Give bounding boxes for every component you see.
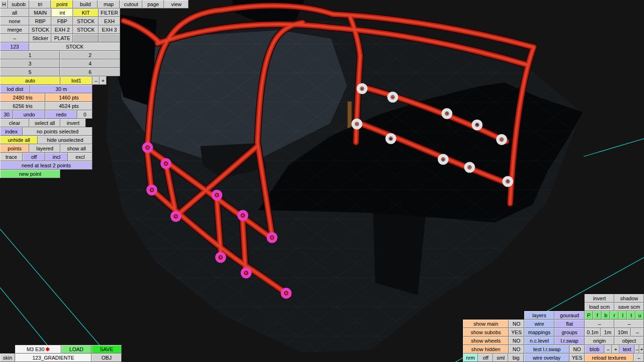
menu-page-tab[interactable]: page (142, 0, 164, 8)
show-subobs-button[interactable]: show subobs (463, 328, 509, 337)
subobj-int-button[interactable]: int (51, 8, 73, 17)
lod-plus-button[interactable]: + (99, 76, 107, 85)
slot-1[interactable]: 1 (0, 51, 60, 59)
subobj-rbp-button[interactable]: RBP (29, 17, 51, 25)
lod-auto-button[interactable]: auto (0, 76, 60, 85)
grid-dash-button[interactable]: – (631, 328, 644, 337)
invert-normals-button[interactable]: invert (585, 294, 614, 303)
nrm-big-button[interactable]: big (508, 354, 524, 362)
subobj-stock-button[interactable]: STOCK (73, 17, 99, 25)
load-scm-button[interactable]: load scm (585, 303, 614, 311)
lod-dist-value[interactable]: 30 m (30, 85, 92, 93)
reload-dash-button[interactable]: – (634, 354, 644, 362)
menu-map-tab[interactable]: map (98, 0, 120, 8)
filter-all-button[interactable]: all (0, 8, 29, 17)
view-preset-f-button[interactable]: f (593, 311, 602, 320)
wire-overlay-value[interactable]: YES (570, 354, 585, 362)
test-lr-swap-button[interactable]: test l.r.swap (524, 345, 570, 354)
reload-textures-button[interactable]: reload textures (585, 354, 634, 362)
menu-point-tab[interactable]: point (51, 0, 73, 8)
wire-overlay-button[interactable]: wire overlay (524, 354, 570, 362)
subobj-main-button[interactable]: MAIN (29, 8, 51, 17)
object-button[interactable]: object (614, 337, 644, 345)
hide-unselected-button[interactable]: hide unselected (38, 136, 92, 144)
lod-minus-button[interactable]: – (92, 76, 99, 85)
filter-merge-button[interactable]: merge (0, 25, 29, 34)
trace-off-button[interactable]: off (23, 153, 45, 161)
grid-1m-button[interactable]: 1m (601, 328, 615, 337)
view-preset-r-button[interactable]: r (610, 311, 619, 320)
slot-5[interactable]: 5 (0, 68, 60, 76)
nrm-off-button[interactable]: off (478, 354, 493, 362)
points-mode-button[interactable]: points (0, 144, 29, 153)
show-hidden-button[interactable]: show hidden (463, 345, 509, 354)
mappings-button[interactable]: mappings (524, 328, 554, 337)
show-main-button[interactable]: show main (463, 320, 509, 328)
show-main-value[interactable]: NO (509, 320, 524, 328)
menu-tri-tab[interactable]: tri (29, 0, 51, 8)
new-point-button[interactable]: new point (0, 170, 60, 178)
redo-button[interactable]: redo (45, 110, 77, 119)
show-subobs-value[interactable]: YES (509, 328, 524, 337)
subobj-filter-button[interactable]: FILTER (99, 8, 120, 17)
view-preset-u-button[interactable]: u (636, 311, 644, 320)
shade-dash-right-button[interactable]: – (614, 320, 644, 328)
grid-10m-button[interactable]: 10m (615, 328, 631, 337)
subobj-stock2-button[interactable]: STOCK (29, 25, 51, 34)
wire-button[interactable]: wire (524, 320, 554, 328)
show-wheels-button[interactable]: show wheels (463, 337, 509, 345)
show-hidden-value[interactable]: NO (509, 345, 524, 354)
menu-view-tab[interactable]: view (164, 0, 189, 8)
nc-level-button[interactable]: n.c.level (524, 337, 554, 345)
groups-button[interactable]: groups (554, 328, 585, 337)
lr-swap-button[interactable]: l.r.swap (554, 337, 585, 345)
unhide-all-button[interactable]: unhide all (0, 136, 38, 144)
subobj-exh3-button[interactable]: EXH 3 (99, 25, 120, 34)
subobj-stock3-button[interactable]: STOCK (73, 25, 99, 34)
view-preset-t-button[interactable]: t (627, 311, 636, 320)
subobj-plate-button[interactable]: PLATE (51, 34, 73, 42)
view-preset-p-button[interactable]: P (585, 311, 593, 320)
slot-3[interactable]: 3 (0, 59, 60, 68)
save-button[interactable]: SAVE (91, 345, 122, 354)
slot-2[interactable]: 2 (60, 51, 120, 59)
text-minus-button[interactable]: – (635, 345, 639, 354)
subobj-kit-button[interactable]: KIT (73, 8, 99, 17)
subobj-exh-button[interactable]: EXH (99, 17, 120, 25)
nrm-sml-button[interactable]: sml (493, 354, 508, 362)
trace-incl-button[interactable]: incl (45, 153, 68, 161)
filter-none-button[interactable]: none (0, 17, 29, 25)
view-preset-l-button[interactable]: l (619, 311, 627, 320)
flat-button[interactable]: flat (554, 320, 585, 328)
index-button[interactable]: index (0, 127, 23, 136)
blob-plus-button[interactable]: + (612, 345, 619, 354)
select-all-button[interactable]: select all (29, 119, 60, 127)
undo-button[interactable]: undo (13, 110, 45, 119)
view-preset-b-button[interactable]: b (602, 311, 610, 320)
skin-name-field[interactable]: 123_GRADIENTE (15, 354, 91, 362)
subobj-fbp-button[interactable]: FBP (51, 17, 73, 25)
slot-4[interactable]: 4 (60, 59, 120, 68)
origin-button[interactable]: origin (585, 337, 614, 345)
slot-6[interactable]: 6 (60, 68, 120, 76)
text-plus-button[interactable]: + (639, 345, 644, 354)
filter-dash-button[interactable]: – (0, 34, 29, 42)
blob-button[interactable]: blob (585, 345, 604, 354)
save-scm-button[interactable]: save scm (614, 303, 644, 311)
lod-level-button[interactable]: lod1 (60, 76, 92, 85)
model-name-field[interactable]: M3 E30✱ (15, 345, 61, 354)
menu-cutout-tab[interactable]: cutout (120, 0, 142, 8)
subobj-sticker-button[interactable]: Sticker (29, 34, 51, 42)
load-button[interactable]: LOAD (61, 345, 91, 354)
show-all-button[interactable]: show all (60, 144, 92, 153)
menu-subob-tab[interactable]: subob (8, 0, 29, 8)
subobj-index-field[interactable]: 123 (0, 42, 29, 51)
blob-minus-button[interactable]: – (604, 345, 612, 354)
invert-selection-button[interactable]: invert (60, 119, 86, 127)
layered-button[interactable]: layered (29, 144, 60, 153)
gouraud-button[interactable]: gouraud (554, 311, 585, 320)
obj-export-button[interactable]: OBJ (91, 354, 122, 362)
text-button[interactable]: text (619, 345, 635, 354)
grid-01m-button[interactable]: 0.1m (585, 328, 601, 337)
menu-h-button[interactable]: H (0, 0, 8, 8)
